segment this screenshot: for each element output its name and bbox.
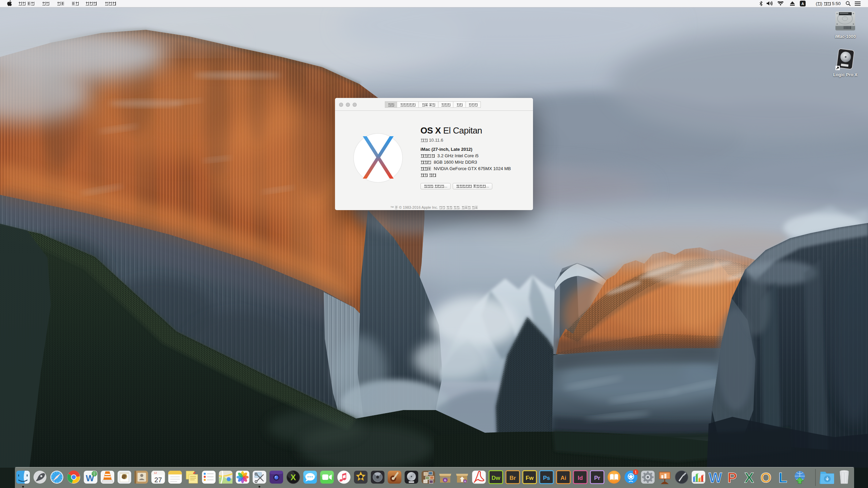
svg-text:1: 1: [635, 470, 637, 474]
svg-text:P: P: [728, 470, 737, 486]
svg-text:L: L: [778, 470, 787, 486]
svg-text:A: A: [802, 2, 804, 6]
svg-text:Pr: Pr: [594, 475, 600, 481]
svg-text:X: X: [291, 473, 296, 482]
svg-text:Ps: Ps: [543, 475, 550, 481]
svg-text:G: G: [464, 480, 466, 483]
svg-text:O: O: [761, 470, 772, 486]
svg-text:27: 27: [154, 476, 162, 484]
svg-text:G: G: [444, 479, 446, 482]
svg-text:Ai: Ai: [560, 475, 566, 481]
svg-text:Fw: Fw: [526, 475, 534, 481]
svg-text:X: X: [744, 470, 754, 486]
svg-text:Dw: Dw: [492, 475, 500, 481]
svg-text:12: 12: [154, 471, 157, 474]
svg-text:Br: Br: [510, 475, 516, 481]
svg-text:W: W: [709, 470, 722, 486]
svg-text:Id: Id: [578, 475, 583, 481]
